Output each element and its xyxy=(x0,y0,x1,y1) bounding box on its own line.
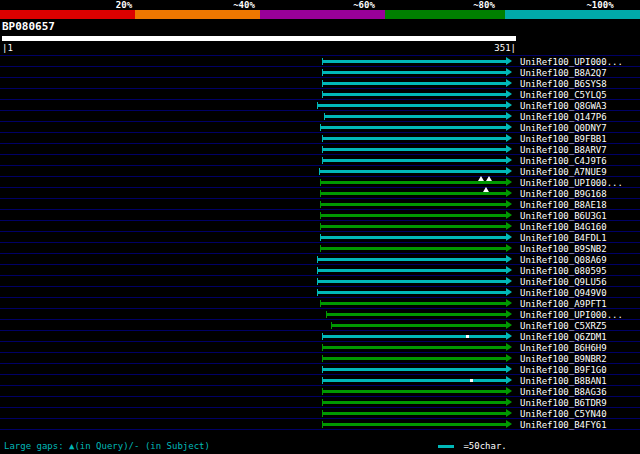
alignment-bar[interactable] xyxy=(322,82,506,85)
alignment-bar[interactable] xyxy=(320,225,506,228)
alignment-bar[interactable] xyxy=(322,148,506,151)
alignment-bar[interactable] xyxy=(317,258,506,261)
hit-label[interactable]: UniRef100_B6TDR9 xyxy=(520,398,607,408)
alignment-bar[interactable] xyxy=(322,357,506,360)
alignment-bar[interactable] xyxy=(320,236,506,239)
hit-label[interactable]: UniRef100_B8ARV7 xyxy=(520,145,607,155)
alignment-bar[interactable] xyxy=(320,203,506,206)
alignment-bar[interactable] xyxy=(326,313,506,316)
hit-label[interactable]: UniRef100_B4G160 xyxy=(520,222,607,232)
alignment-arrow-icon xyxy=(506,343,512,351)
hit-label[interactable]: UniRef100_B9SNB2 xyxy=(520,244,607,254)
hit-label[interactable]: UniRef100_080595 xyxy=(520,266,607,276)
alignment-start-tick xyxy=(322,80,323,87)
hit-label[interactable]: UniRef100_B9NBR2 xyxy=(520,354,607,364)
hit-label[interactable]: UniRef100_B8A2Q7 xyxy=(520,68,607,78)
hit-label[interactable]: UniRef100_B6SYS8 xyxy=(520,79,607,89)
query-start-label: |1 xyxy=(2,43,13,53)
alignment-bar[interactable] xyxy=(320,214,506,217)
hit-label[interactable]: UniRef100_Q0DNY7 xyxy=(520,123,607,133)
alignment-bar[interactable] xyxy=(317,280,506,283)
alignment-bar[interactable] xyxy=(317,104,506,107)
hit-label[interactable]: UniRef100_C5YLQ5 xyxy=(520,90,607,100)
hit-label[interactable]: UniRef100_Q08A69 xyxy=(520,255,607,265)
alignment-start-tick xyxy=(322,157,323,164)
hit-label[interactable]: UniRef100_C4J9T6 xyxy=(520,156,607,166)
alignment-bar[interactable] xyxy=(322,346,506,349)
alignment-start-tick xyxy=(322,355,323,362)
hit-label[interactable]: UniRef100_Q147P6 xyxy=(520,112,607,122)
alignment-bar[interactable] xyxy=(317,269,506,272)
hit-label[interactable]: UniRef100_B8AE18 xyxy=(520,200,607,210)
alignment-bar[interactable] xyxy=(322,71,506,74)
hit-label[interactable]: UniRef100_B4FDL1 xyxy=(520,233,607,243)
query-end-label: 351| xyxy=(494,43,516,53)
alignment-bar[interactable] xyxy=(322,401,506,404)
hit-label[interactable]: UniRef100_B9G168 xyxy=(520,189,607,199)
hit-label[interactable]: UniRef100_B8AG36 xyxy=(520,387,607,397)
alignment-start-tick xyxy=(320,245,321,252)
alignment-bar[interactable] xyxy=(322,379,506,382)
alignment-start-tick xyxy=(322,344,323,351)
alignment-bar[interactable] xyxy=(317,291,506,294)
hit-row: UniRef100_B4FY61 xyxy=(0,419,640,430)
hit-label[interactable]: UniRef100_Q949V0 xyxy=(520,288,607,298)
alignment-bar[interactable] xyxy=(320,247,506,250)
alignment-bar[interactable] xyxy=(320,126,506,129)
alignment-arrow-icon xyxy=(506,387,512,395)
alignment-bar[interactable] xyxy=(322,159,506,162)
alignment-start-tick xyxy=(331,322,332,329)
alignment-bar[interactable] xyxy=(322,60,506,63)
hit-row: UniRef100_C4J9T6 xyxy=(0,155,640,166)
hit-label[interactable]: UniRef100_C5YN40 xyxy=(520,409,607,419)
hit-label[interactable]: UniRef100_B6H6H9 xyxy=(520,343,607,353)
alignment-arrow-icon xyxy=(506,321,512,329)
alignment-start-tick xyxy=(317,256,318,263)
alignment-bar[interactable] xyxy=(322,368,506,371)
hit-label[interactable]: UniRef100_B4FY61 xyxy=(520,420,607,430)
hit-label[interactable]: UniRef100_Q9LU56 xyxy=(520,277,607,287)
hit-row: UniRef100_Q08A69 xyxy=(0,254,640,265)
hit-label[interactable]: UniRef100_Q6ZDM1 xyxy=(520,332,607,342)
scale-segment-red xyxy=(0,10,135,19)
hit-row: UniRef100_B9F1G0 xyxy=(0,364,640,375)
alignment-arrow-icon xyxy=(506,189,512,197)
scale-segment-green xyxy=(385,10,505,19)
alignment-arrow-icon xyxy=(506,354,512,362)
alignment-bar[interactable] xyxy=(322,93,506,96)
blast-overview: 20%~40%~60%~80%~100% BP080657 |1 351| Un… xyxy=(0,0,640,454)
hit-label[interactable]: UniRef100_C5XRZ5 xyxy=(520,321,607,331)
hit-label[interactable]: UniRef100_A7NUE9 xyxy=(520,167,607,177)
hit-label[interactable]: UniRef100_B6U3G1 xyxy=(520,211,607,221)
hit-row: UniRef100_UPI000... xyxy=(0,56,640,67)
hit-label[interactable]: UniRef100_A9PFT1 xyxy=(520,299,607,309)
alignment-bar[interactable] xyxy=(320,302,506,305)
alignment-arrow-icon xyxy=(506,167,512,175)
alignment-start-tick xyxy=(320,223,321,230)
hit-label[interactable]: UniRef100_UPI000... xyxy=(520,310,623,320)
alignment-bar[interactable] xyxy=(322,423,506,426)
alignment-bar[interactable] xyxy=(322,390,506,393)
hit-row: UniRef100_B9NBR2 xyxy=(0,353,640,364)
coordinate-row: |1 351| xyxy=(0,43,516,53)
alignment-bar[interactable] xyxy=(320,192,506,195)
hit-label[interactable]: UniRef100_UPI000... xyxy=(520,178,623,188)
alignment-bar[interactable] xyxy=(319,170,506,173)
alignment-start-tick xyxy=(322,366,323,373)
hit-label[interactable]: UniRef100_B8BAN1 xyxy=(520,376,607,386)
hit-row: UniRef100_B6SYS8 xyxy=(0,78,640,89)
alignment-start-tick xyxy=(320,212,321,219)
alignment-start-tick xyxy=(322,91,323,98)
alignment-bar[interactable] xyxy=(322,137,506,140)
alignment-bar[interactable] xyxy=(331,324,506,327)
alignment-bar[interactable] xyxy=(322,335,506,338)
alignment-bar[interactable] xyxy=(320,181,506,184)
hit-label[interactable]: UniRef100_UPI000... xyxy=(520,57,623,67)
hit-label[interactable]: UniRef100_B9F1G0 xyxy=(520,365,607,375)
hit-label[interactable]: UniRef100_Q8GWA3 xyxy=(520,101,607,111)
hit-label[interactable]: UniRef100_B9FBB1 xyxy=(520,134,607,144)
alignment-arrow-icon xyxy=(506,299,512,307)
alignment-start-tick xyxy=(320,190,321,197)
alignment-bar[interactable] xyxy=(324,115,506,118)
alignment-bar[interactable] xyxy=(322,412,506,415)
